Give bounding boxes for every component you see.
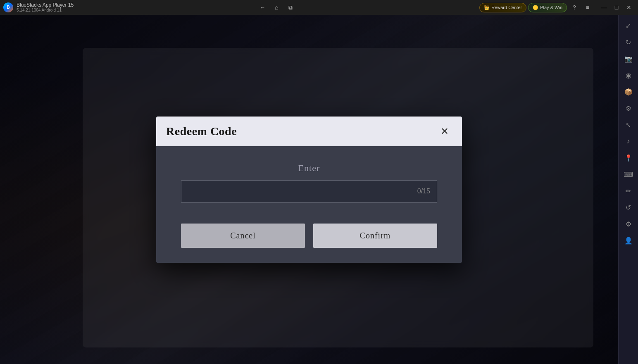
titlebar-left: B BlueStacks App Player 15 5.14.21.1004 … [3,2,74,13]
dialog-close-button[interactable]: ✕ [437,124,452,139]
maximize-button[interactable]: □ [611,2,622,13]
sidebar-media-icon[interactable]: ♪ [621,134,636,149]
help-button[interactable]: ? [569,2,580,13]
sidebar-screenshot-icon[interactable]: 📷 [621,51,636,66]
titlebar-nav: ← ⌂ ⧉ [257,2,296,13]
sidebar-gear-icon[interactable]: ⚙ [621,216,636,231]
home-button[interactable]: ⌂ [271,2,282,13]
dialog-title: Redeem Code [166,125,237,138]
sidebar-account-icon[interactable]: 👤 [621,233,636,248]
right-sidebar: ⤢ ↻ 📷 ◉ 📦 ⚙ ⤡ ♪ 📍 ⌨ ✏ ↺ ⚙ 👤 [618,15,638,364]
main-content: Redeem Code ✕ Enter 0/15 Cancel Confirm [0,15,618,364]
redeem-code-dialog: Redeem Code ✕ Enter 0/15 Cancel Confirm [156,117,462,263]
sidebar-apk-icon[interactable]: 📦 [621,84,636,99]
sidebar-location-icon[interactable]: 📍 [621,150,636,165]
sidebar-settings-icon[interactable]: ⚙ [621,101,636,116]
confirm-button[interactable]: Confirm [313,224,437,248]
bluestacks-logo: B [3,2,13,12]
window-controls: — □ ✕ [598,2,635,13]
dialog-header: Redeem Code ✕ [156,117,462,146]
enter-label: Enter [298,163,320,174]
sidebar-zoom-icon[interactable]: ⤡ [621,117,636,132]
play-win-label: Play & Win [540,5,562,10]
sidebar-brush-icon[interactable]: ✏ [621,183,636,198]
menu-button[interactable]: ≡ [582,2,593,13]
app-name: BlueStacks App Player 15 [17,2,74,8]
dialog-body: Enter 0/15 [156,146,462,215]
close-button[interactable]: ✕ [623,2,635,13]
sidebar-keyboard-icon[interactable]: ⌨ [621,167,636,182]
titlebar-right: 👑 Reward Center 🟡 Play & Win ? ≡ — □ ✕ [479,2,635,13]
reward-icon: 👑 [484,5,490,10]
back-button[interactable]: ← [257,2,268,13]
reward-center-button[interactable]: 👑 Reward Center [479,3,526,12]
sidebar-camera-icon[interactable]: ◉ [621,68,636,83]
cancel-button[interactable]: Cancel [181,224,305,248]
minimize-button[interactable]: — [598,2,610,13]
sidebar-refresh-icon[interactable]: ↺ [621,200,636,215]
code-counter: 0/15 [417,188,430,195]
app-version: 5.14.21.1004 Android 11 [17,8,74,13]
code-input-container: 0/15 [181,180,437,203]
play-win-button[interactable]: 🟡 Play & Win [528,3,567,12]
code-input[interactable] [181,181,437,202]
sidebar-rotate-icon[interactable]: ↻ [621,35,636,50]
reward-center-label: Reward Center [491,5,522,10]
titlebar: B BlueStacks App Player 15 5.14.21.1004 … [0,0,638,15]
sidebar-expand-icon[interactable]: ⤢ [621,18,636,33]
dialog-footer: Cancel Confirm [156,215,462,263]
copy-button[interactable]: ⧉ [285,2,296,13]
playnwin-icon: 🟡 [533,5,538,10]
